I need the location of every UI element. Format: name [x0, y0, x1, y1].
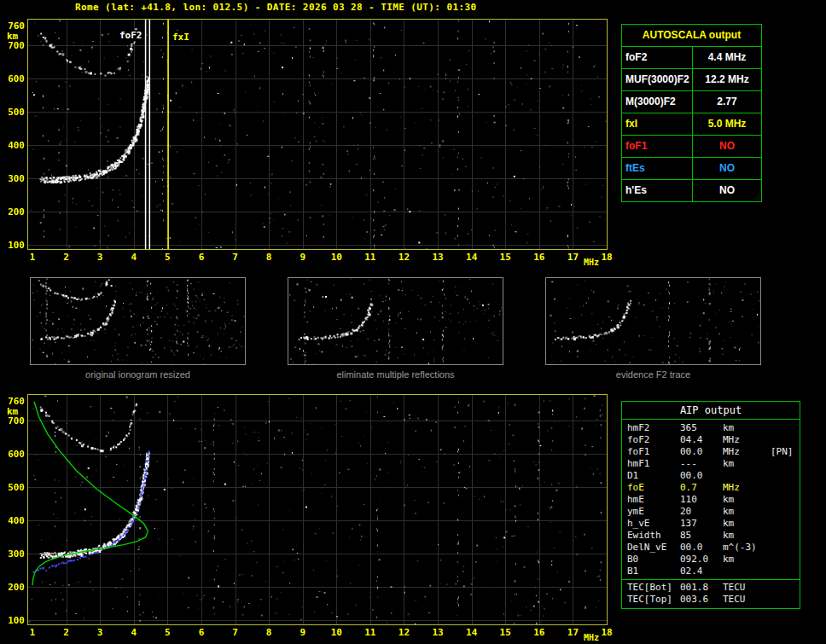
y-tick-label: 760 — [2, 396, 25, 407]
aip-tec-label: TEC[Top] — [627, 594, 680, 606]
y-tick-label: 760 — [2, 20, 25, 32]
autoscala-row: MUF(3000)F212.2 MHz — [622, 68, 761, 90]
autoscala-row: fxI5.0 MHz — [622, 113, 761, 135]
x-tick-label: 11 — [363, 627, 378, 638]
autoscala-param-label: M(3000)F2 — [622, 91, 693, 113]
main-x-unit-label: MHz — [584, 258, 599, 267]
y-tick-label: 500 — [2, 107, 25, 118]
aip-param-label: h_vE — [627, 518, 680, 530]
aip-table-title: AIP output — [622, 402, 800, 420]
y-tick-label: 700 — [2, 40, 25, 51]
thumbnail-f2-evidence-canvas — [546, 278, 760, 364]
aip-param-unit — [723, 470, 771, 482]
aip-param-value: 0.7 — [680, 482, 723, 494]
y-tick-label: 400 — [2, 140, 25, 151]
aip-param-flag — [771, 470, 800, 482]
x-tick-label: 10 — [329, 252, 344, 263]
autoscala-param-value: NO — [693, 158, 761, 179]
autoscala-param-label: ftEs — [622, 158, 693, 179]
autoscala-param-value: 12.2 MHz — [693, 69, 761, 90]
y-tick-label: 100 — [2, 240, 25, 251]
aip-tec-value: 003.6 — [680, 594, 723, 606]
x-tick-label: 3 — [92, 252, 108, 263]
aip-row: B102.4 — [622, 566, 800, 577]
aip-param-label: foF2 — [627, 434, 680, 446]
autoscala-param-label: foF2 — [622, 47, 693, 68]
y-tick-label: 400 — [2, 515, 25, 526]
y-tick-label: 300 — [2, 173, 25, 184]
aip-param-value: 092.0 — [680, 554, 723, 566]
autoscala-param-label: fxI — [622, 113, 693, 135]
thumbnail-original-caption: original ionogram resized — [30, 369, 246, 380]
aip-param-value: 00.0 — [680, 542, 723, 554]
aip-param-value: --- — [680, 458, 723, 470]
autoscala-param-value: NO — [693, 136, 761, 157]
x-tick-label: 5 — [160, 252, 175, 263]
aip-param-value: 02.4 — [680, 566, 723, 577]
aip-param-unit: km — [723, 506, 771, 518]
x-tick-label: 12 — [396, 252, 411, 263]
aip-param-unit: km — [723, 458, 771, 470]
autoscala-row: ftEsNO — [622, 157, 761, 179]
aip-row: ymE20km — [622, 506, 800, 518]
aip-param-flag: [PN] — [771, 446, 800, 458]
aip-param-value: 00.0 — [680, 470, 723, 482]
x-tick-label: 8 — [261, 627, 276, 638]
x-tick-label: 7 — [228, 627, 243, 638]
restored-ionogram-canvas — [28, 395, 607, 624]
fof2-marker-label: foF2 — [119, 30, 143, 41]
aip-tec-rows: TEC[Bot]001.8TECUTEC[Top]003.6TECU — [622, 582, 800, 606]
x-tick-label: 5 — [160, 627, 175, 638]
aip-param-flag — [771, 494, 800, 506]
autoscala-param-value: 2.77 — [693, 91, 761, 113]
aip-param-flag — [771, 434, 800, 446]
autoscala-row: foF24.4 MHz — [622, 46, 761, 68]
aip-param-value: 110 — [680, 494, 723, 506]
autoscala-param-label: MUF(3000)F2 — [622, 69, 693, 90]
x-tick-label: 16 — [532, 627, 547, 638]
aip-param-unit: km — [723, 554, 771, 566]
aip-rows: hmF2365kmfoF204.4MHzfoF100.0MHz[PN]hmF1-… — [622, 422, 800, 577]
thumbnail-eliminate-multiples — [288, 277, 503, 365]
x-tick-label: 13 — [430, 627, 445, 638]
x-tick-label: 2 — [59, 252, 74, 263]
aip-tec-row: TEC[Top]003.6TECU — [622, 594, 800, 606]
aip-separator — [622, 579, 800, 580]
aip-row: hmF1---km — [622, 458, 800, 470]
aip-param-label: foE — [627, 482, 680, 494]
thumbnail-eliminate-multiples-canvas — [288, 278, 503, 364]
aip-param-value: 20 — [680, 506, 723, 518]
autoscala-row: foF1NO — [622, 135, 761, 157]
aip-param-flag — [771, 530, 800, 542]
x-tick-label: 16 — [532, 252, 547, 263]
aip-row: B0092.0km — [622, 554, 800, 566]
autoscala-table-title: AUTOSCALA output — [622, 25, 761, 46]
x-tick-label: 1 — [25, 627, 40, 638]
restored-x-unit-label: MHz — [584, 633, 599, 642]
aip-tec-unit: TECU — [723, 594, 771, 606]
aip-param-label: B0 — [627, 554, 680, 566]
autoscala-param-label: h'Es — [622, 180, 693, 201]
aip-param-value: 365 — [680, 422, 723, 434]
aip-param-unit: km — [723, 494, 771, 506]
aip-param-label: DelN_vE — [627, 542, 680, 554]
fxi-marker-label: fxI — [172, 32, 190, 43]
y-tick-label: 300 — [2, 548, 25, 560]
x-tick-label: 3 — [92, 627, 108, 638]
autoscala-row: h'EsNO — [622, 179, 761, 201]
x-tick-label: 8 — [261, 252, 276, 263]
x-tick-label: 1 — [25, 252, 40, 263]
aip-param-label: foF1 — [627, 446, 680, 458]
restored-ionogram-plot — [27, 394, 608, 625]
aip-param-flag — [771, 422, 800, 434]
x-tick-label: 14 — [464, 252, 480, 263]
x-tick-label: 13 — [430, 252, 445, 263]
x-tick-label: 2 — [59, 627, 74, 638]
aip-param-flag — [771, 506, 800, 518]
autoscala-output-table: AUTOSCALA output foF24.4 MHzMUF(3000)F21… — [621, 24, 762, 202]
x-tick-label: 18 — [599, 252, 614, 263]
aip-param-unit — [723, 566, 771, 577]
x-tick-label: 14 — [464, 627, 480, 638]
aip-row: DelN_vE00.0m^(-3) — [622, 542, 800, 554]
autoscala-param-label: foF1 — [622, 136, 693, 157]
